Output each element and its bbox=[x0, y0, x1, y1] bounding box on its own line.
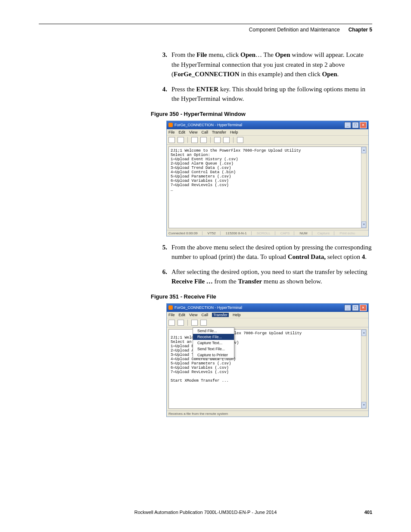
page-header: Component Definition and Maintenance Cha… bbox=[39, 27, 372, 33]
toolbar-open-icon[interactable] bbox=[177, 137, 184, 143]
menu-call[interactable]: Call bbox=[201, 313, 208, 317]
step-4-number: 4. bbox=[159, 84, 167, 104]
step-3: 3. From the File menu, click Open… The O… bbox=[159, 50, 372, 79]
toolbar-send-icon[interactable] bbox=[214, 137, 221, 143]
titlebar: ForGe_CONNECTION - HyperTerminal _ □ × bbox=[167, 121, 368, 129]
statusbar: Receives a file from the remote system bbox=[167, 411, 368, 417]
toolbar bbox=[167, 318, 368, 327]
scroll-up-icon[interactable]: ▴ bbox=[361, 330, 366, 336]
step-6-number: 6. bbox=[159, 267, 167, 286]
toolbar-open-icon[interactable] bbox=[177, 320, 184, 326]
status-print: Print echo bbox=[339, 231, 359, 235]
status-connected: Connected 0:00:09 bbox=[168, 231, 202, 235]
toolbar-separator bbox=[210, 137, 211, 143]
toolbar-connect-icon[interactable] bbox=[191, 137, 198, 143]
header-chapter: Chapter 5 bbox=[349, 27, 372, 33]
toolbar-connect-icon[interactable] bbox=[191, 320, 198, 326]
statusbar: Connected 0:00:09 VT52 115200 8-N-1 SCRO… bbox=[167, 230, 368, 236]
step-6-text: After selecting the desired option, you … bbox=[171, 267, 372, 286]
step-3-number: 3. bbox=[159, 50, 167, 79]
page-footer: Rockwell Automation Publication 7000L-UM… bbox=[39, 510, 372, 515]
figure-350-caption: Figure 350 - HyperTerminal Window bbox=[151, 111, 372, 117]
step-5-text: From the above menu select the desired o… bbox=[171, 243, 372, 262]
app-icon bbox=[168, 123, 173, 127]
status-protocol: VT52 bbox=[208, 231, 221, 235]
toolbar-separator bbox=[187, 137, 188, 143]
close-button[interactable]: × bbox=[360, 122, 367, 128]
menu-view[interactable]: View bbox=[189, 130, 197, 134]
toolbar-new-icon[interactable] bbox=[168, 137, 175, 143]
dropdown-capture-printer[interactable]: Capture to Printer bbox=[193, 352, 234, 358]
close-button[interactable]: × bbox=[360, 305, 367, 311]
step-5: 5. From the above menu select the desire… bbox=[159, 243, 372, 262]
step-6: 6. After selecting the desired option, y… bbox=[159, 267, 372, 286]
toolbar-separator bbox=[233, 137, 234, 143]
menubar: File Edit View Call Transfer Help bbox=[167, 129, 368, 136]
menu-transfer[interactable]: Transfer bbox=[212, 130, 226, 134]
toolbar-disconnect-icon[interactable] bbox=[200, 137, 207, 143]
toolbar-properties-icon[interactable] bbox=[237, 137, 243, 143]
toolbar-separator bbox=[187, 320, 188, 326]
step-3-text: From the File menu, click Open… The Open… bbox=[171, 50, 372, 79]
menu-transfer[interactable]: Transfer bbox=[212, 313, 229, 317]
menu-help[interactable]: Help bbox=[233, 313, 241, 317]
toolbar bbox=[167, 136, 368, 145]
footer-publication: Rockwell Automation Publication 7000L-UM… bbox=[39, 510, 372, 515]
footer-page-number: 401 bbox=[364, 510, 372, 515]
menu-help[interactable]: Help bbox=[230, 130, 238, 134]
figure-351-caption: Figure 351 - Receive File bbox=[151, 293, 372, 300]
figure-350-screenshot: ForGe_CONNECTION - HyperTerminal _ □ × F… bbox=[166, 121, 369, 236]
window-title: ForGe_CONNECTION - HyperTerminal bbox=[174, 305, 242, 310]
dropdown-send-file[interactable]: Send File... bbox=[193, 328, 234, 334]
menu-file[interactable]: File bbox=[168, 313, 175, 317]
dropdown-receive-file[interactable]: Receive File... bbox=[193, 334, 234, 340]
minimize-button[interactable]: _ bbox=[344, 305, 351, 311]
window-title: ForGe_CONNECTION - HyperTerminal bbox=[174, 123, 242, 127]
scroll-down-icon[interactable]: ▾ bbox=[361, 221, 366, 228]
toolbar-new-icon[interactable] bbox=[168, 320, 175, 326]
figure-351-screenshot: ForGe_CONNECTION - HyperTerminal _ □ × F… bbox=[166, 303, 369, 417]
header-title: Component Definition and Maintenance bbox=[249, 27, 340, 33]
scroll-up-icon[interactable]: ▴ bbox=[361, 147, 366, 153]
terminal-output[interactable]: 2J1;1 Welcome to the PowerFlex 7000-Forg… bbox=[168, 146, 367, 228]
dropdown-capture-text[interactable]: Capture Text... bbox=[193, 340, 234, 346]
status-scroll: SCROLL bbox=[257, 231, 275, 235]
menu-edit[interactable]: Edit bbox=[179, 313, 186, 317]
step-5-number: 5. bbox=[159, 243, 167, 262]
scroll-down-icon[interactable]: ▾ bbox=[361, 402, 366, 408]
transfer-dropdown: Send File... Receive File... Capture Tex… bbox=[193, 327, 234, 358]
menubar: File Edit View Call Transfer Help bbox=[167, 312, 368, 318]
step-4-text: Press the ENTER key. This should bring u… bbox=[171, 84, 372, 104]
status-params: 115200 8-N-1 bbox=[226, 231, 252, 235]
dropdown-send-text-file[interactable]: Send Text File... bbox=[193, 346, 234, 352]
titlebar: ForGe_CONNECTION - HyperTerminal _ □ × bbox=[167, 304, 368, 312]
menu-file[interactable]: File bbox=[168, 130, 175, 134]
toolbar-disconnect-icon[interactable] bbox=[200, 320, 207, 326]
vertical-scrollbar[interactable]: ▴ ▾ bbox=[361, 146, 367, 228]
status-num: NUM bbox=[299, 231, 312, 235]
status-capture: Capture bbox=[318, 231, 334, 235]
menu-call[interactable]: Call bbox=[201, 130, 208, 134]
menu-edit[interactable]: Edit bbox=[179, 130, 186, 134]
app-icon bbox=[168, 305, 173, 310]
vertical-scrollbar[interactable]: ▴ ▾ bbox=[361, 329, 367, 409]
menu-view[interactable]: View bbox=[189, 313, 197, 317]
minimize-button[interactable]: _ bbox=[344, 122, 351, 128]
maximize-button[interactable]: □ bbox=[352, 122, 359, 128]
step-4: 4. Press the ENTER key. This should brin… bbox=[159, 84, 372, 104]
maximize-button[interactable]: □ bbox=[352, 305, 359, 311]
status-caps: CAPS bbox=[280, 231, 295, 235]
toolbar-receive-icon[interactable] bbox=[223, 137, 230, 143]
